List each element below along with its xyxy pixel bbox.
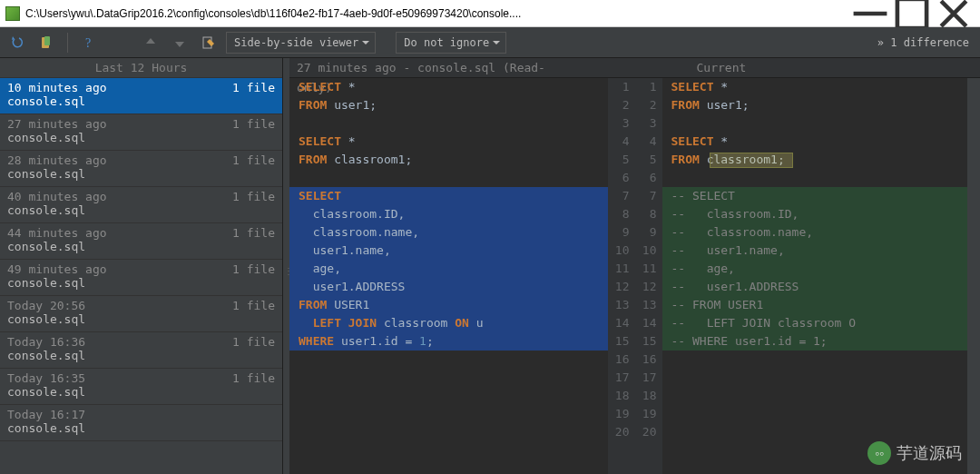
arrow-up-icon[interactable] [139,31,162,54]
line-number: 11 [608,260,630,278]
code-line: classroom.ID, [289,205,608,223]
code-line: FROM classroom1; [662,151,968,169]
history-time: 27 minutes ago [7,117,107,131]
code-line [289,169,608,187]
history-header: Last 12 Hours [0,58,282,78]
line-number: 5 [608,151,630,169]
code-line [662,351,968,369]
difference-count: » 1 difference [877,36,975,49]
code-line: -- classroom.ID, [662,205,968,223]
arrow-down-icon[interactable] [168,31,191,54]
history-item[interactable]: 49 minutes ago1 fileconsole.sql [0,260,282,296]
svg-rect-2 [44,36,50,45]
history-count: 1 file [232,153,275,167]
line-number: 1 [608,78,630,96]
code-line: LEFT JOIN classroom ON u [289,314,608,332]
code-line: -- user1.name, [662,242,968,260]
edit-icon[interactable] [197,31,220,54]
code-line: SELECT * [289,78,608,96]
code-line: FROM user1; [662,96,968,114]
history-list[interactable]: 10 minutes ago1 fileconsole.sql27 minute… [0,78,282,474]
history-item[interactable]: 28 minutes ago1 fileconsole.sql [0,151,282,187]
code-line: user1.name, [289,242,608,260]
diff-view: 27 minutes ago - console.sql (Read-only)… [289,58,980,474]
history-file: console.sql [7,240,275,254]
window-title: C:\Users\ywu\.DataGrip2016.2\config\cons… [25,7,849,20]
code-line: -- LEFT JOIN classroom O [662,314,968,332]
code-line: -- FROM USER1 [662,296,968,314]
code-line: -- user1.ADDRESS [662,278,968,296]
minimize-button[interactable] [849,0,891,26]
history-file: console.sql [7,421,275,436]
line-number: 9 [635,223,657,242]
app-icon [5,6,20,21]
line-number: 7 [635,187,657,205]
viewer-mode-dropdown[interactable]: Side-by-side viewer [226,32,376,54]
diff-right-pane[interactable]: SELECT *FROM user1; SELECT *FROM classro… [662,78,981,474]
diff-toolbar: ? Side-by-side viewer Do not ignore » 1 … [0,27,980,58]
left-code[interactable]: SELECT *FROM user1; SELECT *FROM classro… [289,78,608,474]
history-item[interactable]: 10 minutes ago1 fileconsole.sql [0,78,282,114]
history-file: console.sql [7,94,275,109]
line-number: 12 [608,278,630,296]
splitter[interactable] [283,58,289,474]
history-count: 1 file [232,335,275,349]
help-icon[interactable]: ? [77,31,101,54]
line-number: 16 [608,351,630,369]
code-line [662,423,968,441]
history-file: console.sql [7,203,275,218]
history-file: console.sql [7,167,275,182]
ignore-mode-dropdown[interactable]: Do not ignore [396,32,506,54]
history-count: 1 file [232,117,275,131]
line-number: 8 [608,205,630,223]
maximize-button[interactable] [891,0,933,26]
diff-left-pane[interactable]: SELECT *FROM user1; SELECT *FROM classro… [289,78,608,474]
code-line [662,114,968,133]
patch-icon[interactable] [34,31,58,54]
history-time: Today 16:35 [7,371,85,385]
close-button[interactable] [933,0,975,26]
history-time: Today 20:56 [7,299,85,312]
code-line: FROM user1; [289,96,608,114]
history-time: 49 minutes ago [7,262,107,276]
history-item[interactable]: Today 16:361 fileconsole.sql [0,332,282,369]
code-line [289,114,608,133]
line-number: 4 [608,133,630,151]
history-item[interactable]: 27 minutes ago1 fileconsole.sql [0,114,282,151]
line-number: 20 [635,423,657,441]
svg-text:?: ? [85,36,91,50]
code-line: SELECT * [662,133,968,151]
revert-icon[interactable] [5,31,29,54]
line-number: 3 [608,114,630,133]
line-number: 14 [608,314,630,332]
line-number: 18 [635,387,657,405]
history-item[interactable]: Today 16:17console.sql [0,405,282,441]
line-number: 2 [608,96,630,114]
history-item[interactable]: 44 minutes ago1 fileconsole.sql [0,223,282,260]
svg-rect-0 [897,0,926,28]
history-item[interactable]: 40 minutes ago1 fileconsole.sql [0,187,282,223]
code-line: -- SELECT [662,187,968,205]
code-line: -- WHERE user1.id = 1; [662,332,968,351]
code-line [662,169,968,187]
code-line: FROM USER1 [289,296,608,314]
history-file: console.sql [7,349,275,363]
code-line [662,387,968,405]
history-item[interactable]: Today 20:561 fileconsole.sql [0,296,282,332]
right-code[interactable]: SELECT *FROM user1; SELECT *FROM classro… [662,78,968,474]
line-number: 13 [608,296,630,314]
line-number: 10 [635,242,657,260]
line-number: 3 [635,114,657,133]
line-number: 5 [635,151,657,169]
code-line: -- classroom.name, [662,223,968,242]
history-item[interactable]: Today 16:351 fileconsole.sql [0,369,282,405]
history-file: console.sql [7,312,275,327]
code-line: WHERE user1.id = 1; [289,332,608,351]
code-line: SELECT [289,187,608,205]
history-time: Today 16:36 [7,335,85,349]
line-number: 16 [635,351,657,369]
toolbar-separator [67,33,68,53]
code-line: -- age, [662,260,968,278]
code-line [662,369,968,387]
scrollbar[interactable] [967,78,980,474]
